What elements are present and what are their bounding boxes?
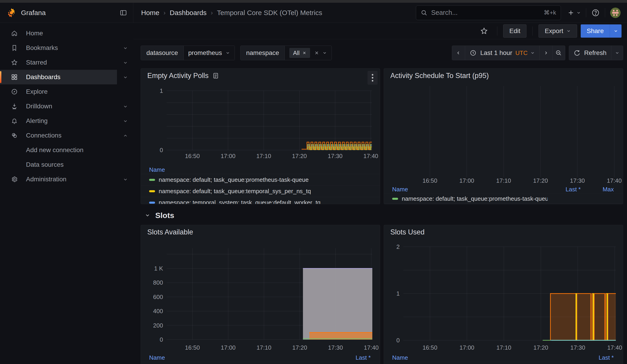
- share-button[interactable]: Share: [581, 24, 610, 38]
- legend-row[interactable]: namespace: default; task_queue:prometheu…: [384, 362, 623, 364]
- svg-text:0: 0: [397, 337, 400, 344]
- activity-schedule-chart[interactable]: 16:5017:0017:1017:2017:3017:40: [384, 81, 623, 184]
- legend-col-name[interactable]: Name: [149, 166, 371, 173]
- legend-row[interactable]: namespace: default; task_queue:prometheu…: [384, 194, 623, 204]
- sidebar-item-administration[interactable]: Administration: [0, 172, 117, 187]
- time-controls: Last 1 hour UTC: [452, 46, 623, 60]
- chevron-down-icon[interactable]: [123, 177, 128, 183]
- dashboards-grid-icon: [11, 74, 18, 81]
- chevron-down-icon[interactable]: [123, 60, 128, 66]
- sidebar-item-starred[interactable]: Starred: [0, 55, 117, 70]
- sidebar-item-data-sources[interactable]: Data sources: [0, 157, 117, 172]
- slots-used-chart[interactable]: 16:5017:0017:1017:2017:3017:40012: [384, 238, 623, 352]
- sidebar-item-label: Starred: [26, 59, 47, 66]
- time-shift-back-button[interactable]: [452, 46, 465, 60]
- panel-description-icon[interactable]: [212, 72, 219, 79]
- datasource-filter: datasource prometheus: [141, 46, 235, 60]
- clear-filter-icon[interactable]: [314, 51, 319, 55]
- datasource-filter-label[interactable]: datasource: [141, 46, 184, 60]
- legend-row[interactable]: namespace: default; task_queue:prometheu…: [141, 174, 380, 185]
- breadcrumb-separator: ›: [163, 9, 165, 16]
- panel-title[interactable]: Slots Available: [147, 228, 193, 236]
- export-button[interactable]: Export: [538, 24, 577, 38]
- legend-col[interactable]: Last *: [548, 186, 581, 193]
- chevron-down-icon: [145, 212, 150, 218]
- chevron-down-icon[interactable]: [123, 104, 128, 110]
- legend-col[interactable]: Last *: [338, 354, 371, 361]
- chart-legend: NameLast *Maxnamespace: default; task_qu…: [384, 184, 623, 204]
- sidebar-item-add-new-connection[interactable]: Add new connection: [0, 143, 117, 157]
- legend-col[interactable]: Max: [581, 186, 614, 193]
- chevron-up-icon[interactable]: [123, 133, 128, 139]
- breadcrumb-dashboards[interactable]: Dashboards: [170, 9, 207, 17]
- panel-title[interactable]: Empty Activity Polls: [147, 72, 209, 80]
- chevron-down-icon[interactable]: [123, 75, 128, 81]
- panel-title[interactable]: Slots Used: [390, 228, 424, 236]
- search-input[interactable]: [431, 9, 544, 16]
- help-icon[interactable]: [591, 8, 600, 17]
- svg-text:1 K: 1 K: [154, 265, 163, 272]
- refresh-interval-button[interactable]: [611, 46, 623, 60]
- sidebar-item-label: Connections: [26, 132, 61, 139]
- legend-row[interactable]: namespace: default; task_queue:temporal_…: [141, 185, 380, 197]
- time-shift-forward-button[interactable]: [539, 46, 552, 60]
- search-box[interactable]: ⌘+k: [416, 5, 561, 20]
- sidebar-item-home[interactable]: Home: [0, 26, 117, 41]
- namespace-filter-label[interactable]: namespace: [241, 46, 285, 60]
- empty-activity-polls-chart[interactable]: 16:5017:0017:1017:2017:3017:4010: [141, 81, 380, 162]
- share-menu-button[interactable]: [610, 24, 622, 38]
- panel-menu-kebab-icon[interactable]: [367, 71, 377, 85]
- series-name[interactable]: namespace: default; task_queue:temporal_…: [159, 188, 371, 195]
- refresh-button[interactable]: Refresh: [569, 46, 611, 60]
- svg-text:17:00: 17:00: [459, 344, 474, 351]
- zoom-out-icon[interactable]: [552, 46, 565, 60]
- legend-row[interactable]: namespace: temporal_system; task_queue:d…: [141, 197, 380, 204]
- legend-row[interactable]: namespace: default; task_queue:prometheu…: [141, 362, 380, 364]
- sidebar-item-drilldown[interactable]: Drilldown: [0, 99, 117, 113]
- sidebar-item-dashboards[interactable]: Dashboards: [0, 70, 117, 84]
- svg-text:2: 2: [397, 243, 400, 250]
- chevron-down-icon[interactable]: [322, 51, 327, 55]
- namespace-filter-value[interactable]: All: [285, 46, 331, 60]
- legend-col[interactable]: Last *: [581, 354, 614, 361]
- sidebar-item-bookmarks[interactable]: Bookmarks: [0, 41, 117, 55]
- svg-text:17:40: 17:40: [607, 344, 622, 351]
- series-swatch[interactable]: [149, 179, 155, 181]
- breadcrumb-home[interactable]: Home: [141, 9, 159, 17]
- series-swatch[interactable]: [392, 198, 398, 200]
- legend-col-name[interactable]: Name: [149, 354, 338, 361]
- svg-text:17:10: 17:10: [496, 344, 511, 351]
- sidebar-item-alerting[interactable]: Alerting: [0, 113, 117, 128]
- sidebar-item-connections[interactable]: Connections: [0, 128, 117, 143]
- section-slots[interactable]: Slots: [141, 209, 623, 222]
- add-new-button[interactable]: [567, 9, 581, 16]
- chart-legend: NameLast *namespace: default; task_queue…: [141, 352, 380, 364]
- svg-text:400: 400: [153, 308, 163, 314]
- edit-button[interactable]: Edit: [503, 24, 526, 38]
- series-swatch[interactable]: [149, 190, 155, 192]
- series-name[interactable]: namespace: default; task_queue:prometheu…: [402, 195, 548, 202]
- time-range-group: Last 1 hour UTC: [452, 46, 565, 60]
- time-range-picker[interactable]: Last 1 hour UTC: [465, 46, 539, 60]
- slots-available-chart[interactable]: 16:5017:0017:1017:2017:3017:400200400600…: [141, 238, 380, 352]
- panel-title[interactable]: Activity Schedule To Start (p95): [390, 72, 489, 80]
- remove-chip-icon[interactable]: [302, 51, 307, 55]
- namespace-all-chip[interactable]: All: [289, 48, 310, 58]
- avatar[interactable]: [610, 7, 621, 18]
- series-name[interactable]: namespace: default; task_queue:prometheu…: [159, 176, 371, 183]
- clock-icon: [470, 50, 476, 56]
- chevron-down-icon[interactable]: [123, 119, 128, 124]
- legend-col-name[interactable]: Name: [392, 186, 548, 193]
- grafana-logo-icon[interactable]: [6, 8, 16, 18]
- sidebar-item-explore[interactable]: Explore: [0, 84, 117, 99]
- panel-header: Slots Available: [141, 225, 380, 238]
- series-name[interactable]: namespace: temporal_system; task_queue:d…: [159, 199, 371, 204]
- sidebar-toggle-icon[interactable]: [119, 9, 127, 17]
- chevron-down-icon[interactable]: [123, 46, 128, 52]
- favorite-star-icon[interactable]: [480, 27, 488, 35]
- datasource-filter-value[interactable]: prometheus: [184, 46, 235, 60]
- series-swatch[interactable]: [149, 202, 155, 204]
- os-top-strip: [0, 0, 627, 3]
- svg-text:17:40: 17:40: [364, 344, 379, 351]
- legend-col-name[interactable]: Name: [392, 354, 581, 361]
